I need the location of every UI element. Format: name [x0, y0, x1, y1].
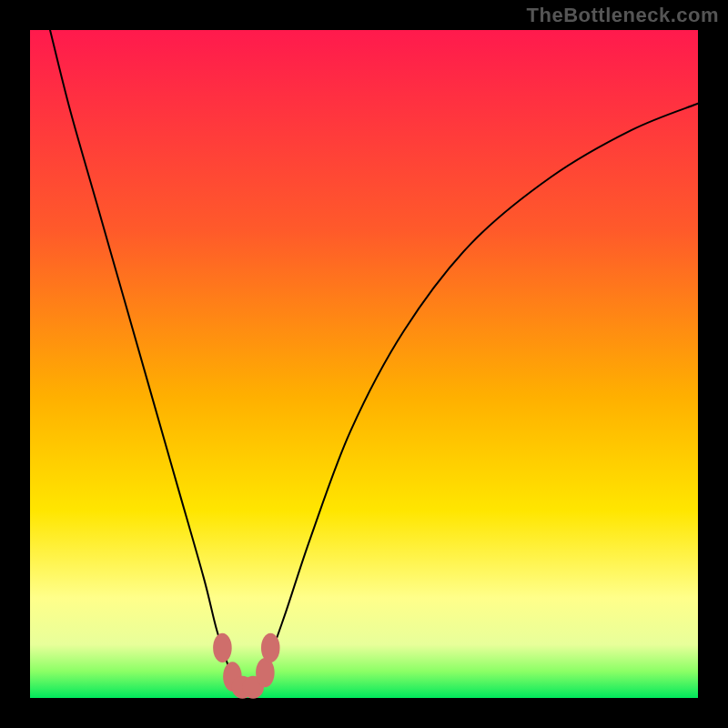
curve-marker: [213, 633, 232, 662]
watermark-text: TheBottleneck.com: [527, 4, 719, 27]
plot-background: [30, 30, 698, 698]
bottleneck-chart: [0, 0, 728, 728]
chart-frame: TheBottleneck.com: [0, 0, 728, 728]
curve-marker: [261, 633, 280, 662]
